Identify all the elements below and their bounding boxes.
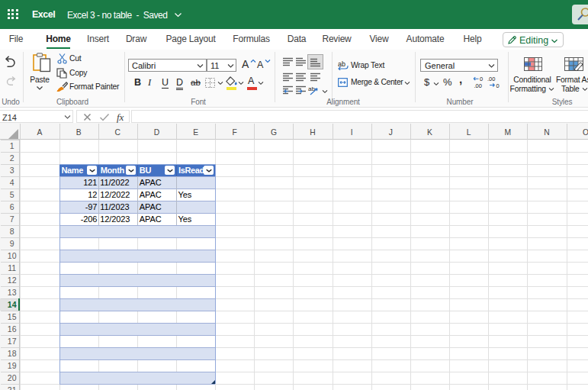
- svg-text:.00: .00: [474, 82, 482, 89]
- svg-text:ab: ab: [338, 60, 345, 68]
